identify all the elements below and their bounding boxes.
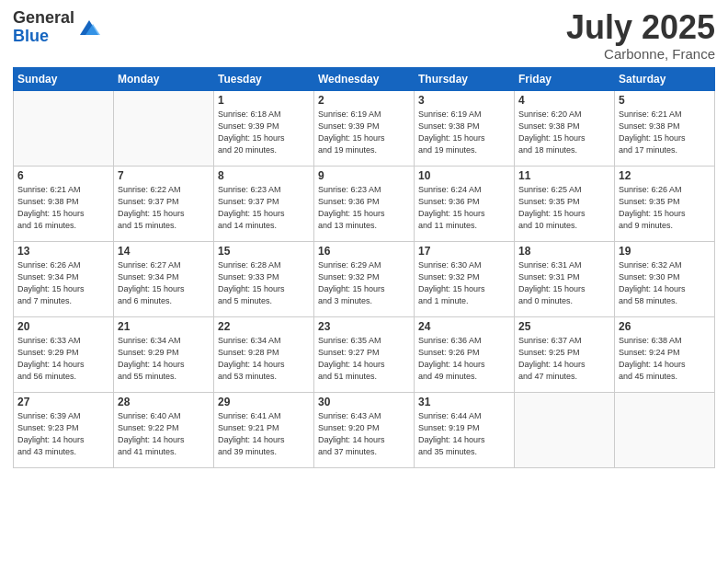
month-title: July 2025 — [566, 9, 715, 46]
title-section: July 2025 Carbonne, France — [566, 9, 715, 62]
week-row-5: 27Sunrise: 6:39 AM Sunset: 9:23 PM Dayli… — [14, 392, 715, 467]
day-number: 19 — [619, 245, 711, 258]
calendar-cell: 26Sunrise: 6:38 AM Sunset: 9:24 PM Dayli… — [615, 316, 715, 392]
calendar-cell: 20Sunrise: 6:33 AM Sunset: 9:29 PM Dayli… — [14, 316, 114, 392]
calendar-cell: 23Sunrise: 6:35 AM Sunset: 9:27 PM Dayli… — [314, 316, 415, 392]
day-info: Sunrise: 6:20 AM Sunset: 9:38 PM Dayligh… — [518, 109, 610, 156]
header-monday: Monday — [114, 67, 214, 90]
calendar-cell: 29Sunrise: 6:41 AM Sunset: 9:21 PM Dayli… — [214, 392, 314, 467]
day-info: Sunrise: 6:44 AM Sunset: 9:19 PM Dayligh… — [418, 410, 510, 458]
day-info: Sunrise: 6:34 AM Sunset: 9:28 PM Dayligh… — [218, 335, 310, 383]
day-info: Sunrise: 6:22 AM Sunset: 9:37 PM Dayligh… — [118, 184, 210, 232]
page-container: General Blue July 2025 Carbonne, France … — [0, 0, 728, 563]
day-info: Sunrise: 6:23 AM Sunset: 9:37 PM Dayligh… — [218, 184, 310, 232]
day-number: 25 — [518, 320, 610, 333]
day-number: 29 — [218, 396, 310, 408]
header-friday: Friday — [515, 67, 615, 90]
day-info: Sunrise: 6:32 AM Sunset: 9:30 PM Dayligh… — [619, 259, 711, 307]
calendar-cell: 31Sunrise: 6:44 AM Sunset: 9:19 PM Dayli… — [415, 392, 515, 467]
day-info: Sunrise: 6:30 AM Sunset: 9:32 PM Dayligh… — [418, 259, 510, 307]
day-info: Sunrise: 6:18 AM Sunset: 9:39 PM Dayligh… — [218, 109, 310, 156]
logo-icon — [76, 15, 102, 40]
day-number: 27 — [17, 396, 109, 408]
day-number: 28 — [118, 396, 210, 408]
day-number: 3 — [418, 94, 510, 107]
calendar-cell: 24Sunrise: 6:36 AM Sunset: 9:26 PM Dayli… — [415, 316, 515, 392]
calendar-cell: 28Sunrise: 6:40 AM Sunset: 9:22 PM Dayli… — [114, 392, 214, 467]
header-sunday: Sunday — [14, 67, 114, 90]
day-number: 1 — [218, 94, 310, 107]
day-number: 16 — [318, 245, 410, 258]
calendar-cell: 16Sunrise: 6:29 AM Sunset: 9:32 PM Dayli… — [314, 241, 415, 316]
header-tuesday: Tuesday — [214, 67, 314, 90]
day-number: 10 — [418, 169, 510, 182]
header-saturday: Saturday — [615, 67, 715, 90]
day-info: Sunrise: 6:31 AM Sunset: 9:31 PM Dayligh… — [518, 259, 610, 307]
calendar-cell: 22Sunrise: 6:34 AM Sunset: 9:28 PM Dayli… — [214, 316, 314, 392]
day-info: Sunrise: 6:28 AM Sunset: 9:33 PM Dayligh… — [218, 259, 310, 307]
week-row-4: 20Sunrise: 6:33 AM Sunset: 9:29 PM Dayli… — [14, 316, 715, 392]
day-info: Sunrise: 6:40 AM Sunset: 9:22 PM Dayligh… — [118, 410, 210, 458]
calendar-cell: 2Sunrise: 6:19 AM Sunset: 9:39 PM Daylig… — [314, 90, 415, 166]
day-number: 30 — [318, 396, 410, 408]
calendar-cell: 9Sunrise: 6:23 AM Sunset: 9:36 PM Daylig… — [314, 166, 415, 241]
day-info: Sunrise: 6:26 AM Sunset: 9:34 PM Dayligh… — [17, 259, 109, 307]
calendar-cell: 11Sunrise: 6:25 AM Sunset: 9:35 PM Dayli… — [515, 166, 615, 241]
page-header: General Blue July 2025 Carbonne, France — [13, 9, 715, 62]
day-number: 11 — [518, 169, 610, 182]
day-info: Sunrise: 6:27 AM Sunset: 9:34 PM Dayligh… — [118, 259, 210, 307]
calendar-cell: 18Sunrise: 6:31 AM Sunset: 9:31 PM Dayli… — [515, 241, 615, 316]
day-info: Sunrise: 6:35 AM Sunset: 9:27 PM Dayligh… — [318, 335, 410, 383]
day-info: Sunrise: 6:36 AM Sunset: 9:26 PM Dayligh… — [418, 335, 510, 383]
calendar-cell: 6Sunrise: 6:21 AM Sunset: 9:38 PM Daylig… — [14, 166, 114, 241]
calendar-cell: 13Sunrise: 6:26 AM Sunset: 9:34 PM Dayli… — [14, 241, 114, 316]
day-number: 23 — [318, 320, 410, 333]
day-info: Sunrise: 6:43 AM Sunset: 9:20 PM Dayligh… — [318, 410, 410, 458]
day-info: Sunrise: 6:21 AM Sunset: 9:38 PM Dayligh… — [619, 109, 711, 156]
header-wednesday: Wednesday — [314, 67, 415, 90]
day-number: 4 — [518, 94, 610, 107]
calendar-cell — [615, 392, 715, 467]
calendar-cell: 1Sunrise: 6:18 AM Sunset: 9:39 PM Daylig… — [214, 90, 314, 166]
day-number: 8 — [218, 169, 310, 182]
day-info: Sunrise: 6:19 AM Sunset: 9:38 PM Dayligh… — [418, 109, 510, 156]
logo: General Blue — [13, 9, 102, 46]
day-number: 18 — [518, 245, 610, 258]
day-info: Sunrise: 6:24 AM Sunset: 9:36 PM Dayligh… — [418, 184, 510, 232]
day-info: Sunrise: 6:21 AM Sunset: 9:38 PM Dayligh… — [17, 184, 109, 232]
calendar-cell: 4Sunrise: 6:20 AM Sunset: 9:38 PM Daylig… — [515, 90, 615, 166]
week-row-3: 13Sunrise: 6:26 AM Sunset: 9:34 PM Dayli… — [14, 241, 715, 316]
logo-general: General — [13, 9, 74, 28]
day-number: 21 — [118, 320, 210, 333]
day-info: Sunrise: 6:19 AM Sunset: 9:39 PM Dayligh… — [318, 109, 410, 156]
week-row-1: 1Sunrise: 6:18 AM Sunset: 9:39 PM Daylig… — [14, 90, 715, 166]
week-row-2: 6Sunrise: 6:21 AM Sunset: 9:38 PM Daylig… — [14, 166, 715, 241]
header-row: Sunday Monday Tuesday Wednesday Thursday… — [14, 67, 715, 90]
calendar-cell: 30Sunrise: 6:43 AM Sunset: 9:20 PM Dayli… — [314, 392, 415, 467]
location: Carbonne, France — [566, 46, 715, 62]
calendar-cell: 5Sunrise: 6:21 AM Sunset: 9:38 PM Daylig… — [615, 90, 715, 166]
calendar-cell: 15Sunrise: 6:28 AM Sunset: 9:33 PM Dayli… — [214, 241, 314, 316]
day-info: Sunrise: 6:26 AM Sunset: 9:35 PM Dayligh… — [619, 184, 711, 232]
day-info: Sunrise: 6:33 AM Sunset: 9:29 PM Dayligh… — [17, 335, 109, 383]
day-info: Sunrise: 6:38 AM Sunset: 9:24 PM Dayligh… — [619, 335, 711, 383]
calendar-cell — [14, 90, 114, 166]
day-info: Sunrise: 6:37 AM Sunset: 9:25 PM Dayligh… — [518, 335, 610, 383]
header-thursday: Thursday — [415, 67, 515, 90]
day-number: 5 — [619, 94, 711, 107]
calendar-cell: 10Sunrise: 6:24 AM Sunset: 9:36 PM Dayli… — [415, 166, 515, 241]
calendar-cell: 14Sunrise: 6:27 AM Sunset: 9:34 PM Dayli… — [114, 241, 214, 316]
calendar-cell: 27Sunrise: 6:39 AM Sunset: 9:23 PM Dayli… — [14, 392, 114, 467]
calendar-cell: 8Sunrise: 6:23 AM Sunset: 9:37 PM Daylig… — [214, 166, 314, 241]
day-number: 9 — [318, 169, 410, 182]
calendar-cell: 25Sunrise: 6:37 AM Sunset: 9:25 PM Dayli… — [515, 316, 615, 392]
calendar-cell: 19Sunrise: 6:32 AM Sunset: 9:30 PM Dayli… — [615, 241, 715, 316]
day-number: 22 — [218, 320, 310, 333]
calendar-cell — [515, 392, 615, 467]
day-number: 12 — [619, 169, 711, 182]
day-info: Sunrise: 6:29 AM Sunset: 9:32 PM Dayligh… — [318, 259, 410, 307]
day-info: Sunrise: 6:23 AM Sunset: 9:36 PM Dayligh… — [318, 184, 410, 232]
logo-blue: Blue — [13, 28, 74, 46]
calendar-table: Sunday Monday Tuesday Wednesday Thursday… — [13, 67, 715, 468]
day-number: 2 — [318, 94, 410, 107]
